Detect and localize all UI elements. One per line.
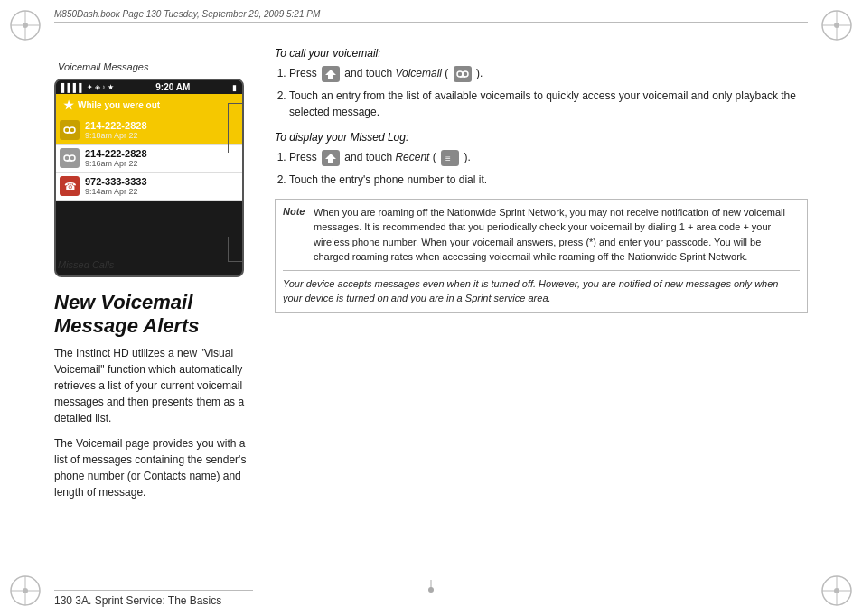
section-heading: New Voicemail Message Alerts xyxy=(54,291,253,338)
left-column: Voicemail Messages ▌▌▌▌ ✦ ◈ ♪ ★ 9:20 AM … xyxy=(54,29,253,580)
phone-status-bar: ▌▌▌▌ ✦ ◈ ♪ ★ 9:20 AM ▮ xyxy=(56,80,242,94)
to-display-step-1: Press and touch Recent ( ≡ ). xyxy=(289,149,808,166)
signal-icons: ▌▌▌▌ ✦ ◈ ♪ ★ xyxy=(61,83,114,92)
page-footer: 130 3A. Sprint Service: The Basics xyxy=(54,590,253,607)
phone-header-bar: ★ While you were out xyxy=(56,94,242,117)
phone-number-3: 972-333-3333 xyxy=(85,176,147,187)
bottom-center-dot xyxy=(428,587,434,593)
phone-entry-1: 214-222-2828 9:18am Apr 22 xyxy=(56,117,242,145)
phone-number-2: 214-222-2828 xyxy=(85,148,147,159)
phone-entry-3: ☎ 972-333-3333 9:14am Apr 22 xyxy=(56,173,242,201)
to-display-step-2: Touch the entry's phone number to dial i… xyxy=(289,172,808,188)
star-icon: ★ xyxy=(63,98,74,112)
svg-point-20 xyxy=(70,155,75,161)
main-content: Voicemail Messages ▌▌▌▌ ✦ ◈ ♪ ★ 9:20 AM … xyxy=(54,29,808,580)
time-label-1: 9:18am Apr 22 xyxy=(85,131,147,140)
corner-decoration-tr xyxy=(819,7,855,43)
volume-icon: ♪ xyxy=(102,83,106,91)
entry-text-3: 972-333-3333 9:14am Apr 22 xyxy=(85,176,147,196)
wifi-icon: ◈ xyxy=(95,83,100,91)
network-icon: ✦ xyxy=(87,83,93,91)
top-meta-text: M850Dash.book Page 130 Tuesday, Septembe… xyxy=(54,9,320,19)
and-touch-recent: and touch Recent ( xyxy=(344,151,436,163)
callout-tip-voicemail xyxy=(228,103,244,104)
and-touch-voicemail: and touch Voicemail ( xyxy=(344,67,448,79)
note-label: Note xyxy=(276,200,314,270)
body-text-1: The Instinct HD utilizes a new "Visual V… xyxy=(54,345,253,426)
signal-bar: ▌▌▌▌ xyxy=(61,83,85,92)
callout-line-missed xyxy=(228,237,229,262)
to-call-label: To call your voicemail: xyxy=(275,47,808,60)
body-text-2: The Voicemail page provides you with a l… xyxy=(54,435,253,500)
close-paren-1: ). xyxy=(476,67,483,79)
corner-decoration-tl xyxy=(7,7,43,43)
label-missed-calls: Missed Calls xyxy=(58,259,114,270)
note-secondary: Your device accepts messages even when i… xyxy=(276,271,807,312)
svg-point-16 xyxy=(64,127,70,133)
battery-icon: ▮ xyxy=(232,83,237,92)
svg-point-17 xyxy=(70,127,75,133)
to-display-label: To display your Missed Log: xyxy=(275,131,808,144)
phone-number-1: 214-222-2828 xyxy=(85,120,147,131)
press-text-2: Press xyxy=(289,151,320,163)
phone-entry-2: 214-222-2828 9:16am Apr 22 xyxy=(56,145,242,173)
to-call-list: Press and touch Voicemail ( ). Touch an … xyxy=(289,65,808,120)
entry-text-2: 214-222-2828 9:16am Apr 22 xyxy=(85,148,147,168)
phone-header-text: While you were out xyxy=(78,100,160,110)
voicemail-button-icon xyxy=(454,66,472,82)
svg-point-19 xyxy=(64,155,70,161)
close-paren-2: ). xyxy=(464,151,470,163)
voicemail-icon-1 xyxy=(60,120,80,140)
note-row: Note When you are roaming off the Nation… xyxy=(276,200,807,270)
callout-tip-missed xyxy=(228,261,244,262)
phone-screenshot: ▌▌▌▌ ✦ ◈ ♪ ★ 9:20 AM ▮ ★ While you were … xyxy=(54,79,244,277)
star-status: ★ xyxy=(108,83,114,91)
label-voicemail: Voicemail Messages xyxy=(58,61,148,72)
top-meta-bar: M850Dash.book Page 130 Tuesday, Septembe… xyxy=(54,9,808,23)
entry-text-1: 214-222-2828 9:18am Apr 22 xyxy=(85,120,147,140)
voicemail-icon-2 xyxy=(60,148,80,168)
note-box: Note When you are roaming off the Nation… xyxy=(275,199,808,313)
home-button-icon-2 xyxy=(322,150,340,166)
corner-decoration-bl xyxy=(7,573,43,609)
note-text: When you are roaming off the Nationwide … xyxy=(314,200,807,270)
svg-text:≡: ≡ xyxy=(445,154,451,163)
missed-call-icon: ☎ xyxy=(60,176,80,196)
to-call-step-2: Touch an entry from the list of availabl… xyxy=(289,88,808,120)
time-display: 9:20 AM xyxy=(155,82,190,92)
svg-text:☎: ☎ xyxy=(64,181,77,191)
time-label-2: 9:16am Apr 22 xyxy=(85,159,147,168)
recent-button-icon: ≡ xyxy=(441,150,459,166)
time-label-3: 9:14am Apr 22 xyxy=(85,187,147,196)
press-text: Press xyxy=(289,67,320,79)
to-display-list: Press and touch Recent ( ≡ ). Touch the … xyxy=(289,149,808,188)
to-call-step-1: Press and touch Voicemail ( ). xyxy=(289,65,808,82)
right-column: To call your voicemail: Press and touch … xyxy=(275,29,808,580)
home-button-icon xyxy=(322,66,340,82)
corner-decoration-br xyxy=(819,573,855,609)
callout-line-voicemail xyxy=(228,103,229,153)
